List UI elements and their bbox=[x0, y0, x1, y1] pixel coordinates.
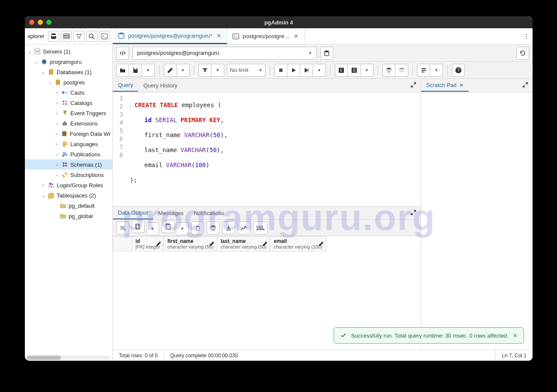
tree-item-eventtriggers[interactable]: ›Event Triggers bbox=[25, 108, 112, 118]
edit-column-icon[interactable] bbox=[318, 241, 324, 247]
edit-dropdown[interactable]: ▼ bbox=[177, 64, 190, 77]
filter-icon[interactable] bbox=[199, 64, 211, 77]
tree-item-extensions[interactable]: ›Extensions bbox=[25, 118, 112, 129]
execute-dropdown[interactable]: ▼ bbox=[313, 64, 326, 77]
tree-item-subscriptions[interactable]: ›Subscriptions bbox=[25, 170, 112, 180]
tab-notifications[interactable]: Notifications bbox=[189, 207, 229, 219]
open-file-icon[interactable] bbox=[116, 64, 129, 77]
svg-rect-8 bbox=[62, 91, 64, 94]
connection-bar: postgres/postgres@programguru ▼ bbox=[113, 45, 533, 62]
execute-icon[interactable] bbox=[287, 64, 300, 77]
macros-icon[interactable] bbox=[417, 64, 430, 77]
limit-select[interactable]: No limit▼ bbox=[227, 64, 265, 77]
explain-dropdown[interactable]: ▼ bbox=[361, 64, 373, 77]
more-menu-icon[interactable]: ⋮ bbox=[520, 33, 533, 39]
explain-icon[interactable] bbox=[300, 64, 313, 77]
paste-icon[interactable] bbox=[162, 220, 175, 233]
tab-query[interactable]: Query bbox=[113, 79, 138, 92]
download-icon[interactable] bbox=[222, 221, 235, 234]
expand-output-icon[interactable] bbox=[406, 207, 421, 219]
data-toolbar: ▼ ▼ SQL bbox=[113, 220, 421, 236]
commit-icon[interactable] bbox=[382, 64, 395, 77]
database-icon bbox=[47, 68, 55, 76]
query-tool-icon[interactable] bbox=[48, 31, 59, 42]
save-file-icon[interactable] bbox=[129, 64, 142, 77]
add-row-icon[interactable] bbox=[116, 221, 129, 234]
tree-item-schemas1[interactable]: ›Schemas (1) bbox=[25, 159, 112, 170]
column-header-email[interactable]: emailcharacter varying (100) bbox=[270, 236, 326, 251]
expand-icon[interactable] bbox=[406, 79, 421, 92]
tab-query-history[interactable]: Query History bbox=[138, 80, 182, 91]
tree-server[interactable]: ⌄ programguru bbox=[25, 57, 112, 67]
tab-scratch-pad[interactable]: Scratch Pad ✕ bbox=[421, 79, 469, 92]
close-scratch-icon[interactable]: ✕ bbox=[459, 82, 464, 88]
macros-dropdown[interactable]: ▼ bbox=[430, 64, 443, 77]
svg-point-21 bbox=[49, 183, 51, 185]
tree-tablespaces[interactable]: ⌄ Tablespaces (2) bbox=[25, 190, 112, 200]
explain-options-icon[interactable] bbox=[348, 64, 361, 77]
zoom-window-button[interactable] bbox=[46, 20, 51, 25]
object-explorer[interactable]: ⌄ Servers (1) ⌄ programguru ⌄ Databases … bbox=[25, 45, 113, 361]
filter-rows-icon[interactable] bbox=[73, 31, 84, 42]
tree-servers[interactable]: ⌄ Servers (1) bbox=[25, 46, 112, 57]
edit-column-icon[interactable] bbox=[209, 241, 215, 247]
column-header-id[interactable]: id[PK] integer bbox=[132, 236, 164, 251]
copy-icon[interactable] bbox=[132, 220, 145, 233]
reset-layout-icon[interactable] bbox=[516, 47, 529, 60]
tablespace-icon bbox=[47, 192, 55, 199]
graph-visualizer-icon[interactable] bbox=[238, 221, 250, 234]
sidebar-scrollbar[interactable] bbox=[27, 356, 111, 360]
close-tab-icon[interactable]: ✕ bbox=[293, 33, 299, 39]
edit-icon[interactable] bbox=[164, 64, 177, 77]
tree-tablespace-pg-default[interactable]: ›pg_default bbox=[25, 200, 112, 211]
explain-analyze-icon[interactable]: E bbox=[335, 64, 348, 77]
paste-dropdown[interactable]: ▼ bbox=[176, 222, 189, 235]
svg-point-16 bbox=[62, 155, 64, 157]
sql-button[interactable]: SQL bbox=[253, 221, 268, 234]
expand-scratch-icon[interactable] bbox=[518, 79, 533, 92]
svg-rect-4 bbox=[35, 49, 40, 51]
new-connection-icon[interactable] bbox=[320, 47, 333, 60]
edit-column-icon[interactable] bbox=[262, 241, 268, 247]
stop-icon[interactable] bbox=[274, 64, 287, 77]
scratch-pad-area[interactable] bbox=[421, 93, 533, 350]
tree-item-publications[interactable]: ›Publications bbox=[25, 149, 112, 159]
tab-data-output[interactable]: Data Output bbox=[113, 207, 153, 219]
tree-tablespace-pg-global[interactable]: ›pg_global bbox=[25, 211, 112, 221]
tree-databases[interactable]: ⌄ Databases (1) bbox=[25, 67, 112, 77]
edit-column-icon[interactable] bbox=[156, 241, 162, 247]
tab-messages[interactable]: Messages bbox=[153, 207, 189, 219]
row-number-header[interactable] bbox=[113, 236, 132, 251]
column-header-first_name[interactable]: first_namecharacter varying (50) bbox=[164, 236, 217, 251]
minimize-window-button[interactable] bbox=[38, 20, 43, 25]
search-icon[interactable] bbox=[86, 31, 97, 42]
close-toast-icon[interactable]: ✕ bbox=[513, 332, 518, 339]
svg-point-12 bbox=[65, 103, 67, 105]
tree-database[interactable]: ⌄ postgres bbox=[25, 77, 112, 87]
tab-psql[interactable]: postgres/postgre… ✕ bbox=[227, 28, 305, 44]
connection-status-icon[interactable] bbox=[116, 47, 129, 60]
close-tab-icon[interactable]: ✕ bbox=[216, 33, 222, 39]
save-dropdown[interactable]: ▼ bbox=[142, 64, 155, 77]
extensions-icon bbox=[61, 120, 69, 127]
tab-query-tool[interactable]: postgres/postgres@programguru* ✕ bbox=[113, 28, 227, 44]
window-title: pgAdmin 4 bbox=[25, 19, 533, 26]
tree-login-roles[interactable]: › Login/Group Roles bbox=[25, 180, 112, 190]
connection-select[interactable]: postgres/postgres@programguru ▼ bbox=[132, 47, 317, 60]
close-window-button[interactable] bbox=[29, 20, 34, 25]
tree-item-foreigndatawr[interactable]: ›Foreign Data Wr bbox=[25, 129, 112, 139]
tree-item-catalogs[interactable]: ›Catalogs bbox=[25, 98, 112, 108]
column-header-last_name[interactable]: last_namecharacter varying (50) bbox=[217, 236, 270, 251]
sql-editor[interactable]: 12345678 ⌄ CREATE TABLE employees ( id S… bbox=[113, 93, 421, 206]
tree-item-casts[interactable]: ›Casts bbox=[25, 87, 112, 98]
rollback-icon[interactable] bbox=[395, 64, 408, 77]
help-icon[interactable]: ? bbox=[452, 64, 465, 77]
code-area[interactable]: ⌄ CREATE TABLE employees ( id SERIAL PRI… bbox=[127, 93, 230, 206]
delete-row-icon[interactable] bbox=[191, 221, 204, 234]
save-data-icon[interactable] bbox=[207, 221, 220, 234]
copy-dropdown[interactable]: ▼ bbox=[146, 222, 159, 235]
tree-item-languages[interactable]: ›Languages bbox=[25, 139, 112, 149]
psql-tool-icon[interactable] bbox=[99, 31, 110, 42]
view-data-icon[interactable] bbox=[61, 31, 72, 42]
filter-dropdown[interactable]: ▼ bbox=[211, 64, 224, 77]
